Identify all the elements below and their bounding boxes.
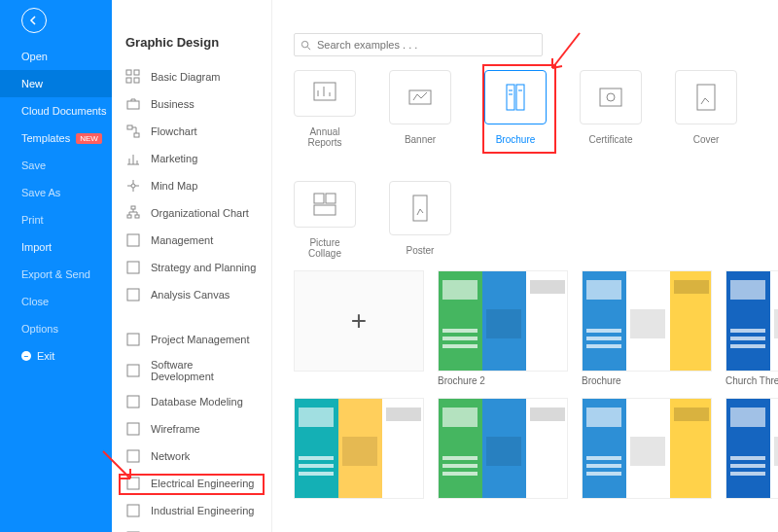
svg-rect-31: [697, 85, 715, 110]
exit-icon: −: [21, 351, 31, 361]
category-item[interactable]: Building Plan: [112, 524, 271, 532]
strategy-icon: [125, 260, 141, 275]
category-label: Flowchart: [151, 125, 197, 137]
svg-rect-72: [386, 408, 421, 421]
svg-rect-33: [326, 194, 336, 203]
type-card-certificate[interactable]: Certificate: [580, 70, 642, 148]
svg-rect-18: [127, 450, 139, 462]
template-card[interactable]: Church Three Fold 1: [725, 270, 778, 386]
category-label: Electrical Engineering: [151, 478, 254, 489]
template-card[interactable]: [438, 398, 568, 499]
type-card-cover[interactable]: Cover: [675, 70, 737, 148]
menu-saveas[interactable]: Save As: [0, 179, 112, 206]
svg-rect-15: [127, 365, 139, 376]
category-item[interactable]: Strategy and Planning: [112, 254, 271, 281]
svg-rect-16: [127, 396, 139, 408]
svg-rect-51: [630, 309, 665, 338]
menu-print[interactable]: Print: [0, 206, 112, 233]
menu-options[interactable]: Options: [0, 315, 112, 342]
category-item[interactable]: Network: [112, 443, 271, 470]
menu-templates[interactable]: Templates NEW: [0, 124, 112, 152]
menu-templates-label: Templates: [21, 132, 70, 144]
svg-rect-12: [127, 262, 139, 273]
template-card[interactable]: [582, 398, 712, 499]
type-card-poster[interactable]: Poster: [389, 181, 451, 259]
template-card[interactable]: Brochure 2: [438, 270, 568, 386]
svg-rect-94: [586, 464, 621, 468]
svg-rect-90: [586, 408, 621, 427]
category-item[interactable]: Wireframe: [112, 415, 271, 443]
category-label: Project Management: [151, 334, 250, 345]
svg-rect-92: [674, 408, 709, 421]
back-button[interactable]: [21, 8, 47, 33]
svg-rect-73: [299, 456, 334, 460]
category-item[interactable]: Organizational Chart: [112, 199, 271, 227]
type-card-annual-reports[interactable]: Annual Reports: [294, 70, 356, 148]
category-item[interactable]: Management: [112, 227, 271, 254]
category-label: Marketing: [151, 153, 197, 164]
menu-close[interactable]: Close: [0, 288, 112, 315]
menu-exit[interactable]: − Exit: [0, 342, 112, 370]
wire-icon: [125, 421, 141, 437]
panel-title: Graphic Design: [112, 35, 271, 63]
project-icon: [125, 332, 141, 347]
card-label: Brochure: [496, 134, 536, 145]
card-icon: [580, 70, 642, 124]
svg-rect-74: [299, 464, 334, 468]
chart-icon: [125, 151, 141, 166]
type-card-brochure[interactable]: Brochure: [484, 70, 547, 148]
menu-exit-label: Exit: [37, 350, 54, 362]
svg-rect-93: [586, 456, 621, 460]
category-item[interactable]: Electrical Engineering: [112, 470, 271, 497]
template-thumb: +: [294, 270, 424, 372]
category-item[interactable]: Mind Map: [112, 172, 271, 199]
template-card[interactable]: Brochure: [582, 270, 712, 386]
template-card[interactable]: [294, 398, 424, 499]
mindmap-icon: [125, 178, 141, 194]
card-icon: [389, 70, 451, 124]
category-item[interactable]: Analysis Canvas: [112, 281, 271, 308]
search-box[interactable]: [294, 33, 543, 56]
templates-grid: +Brochure 2BrochureChurch Three Fold 1: [294, 270, 778, 532]
svg-rect-83: [442, 456, 477, 460]
svg-rect-11: [127, 234, 139, 246]
category-item[interactable]: Database Modeling: [112, 388, 271, 415]
arrow-left-icon: [28, 15, 40, 26]
category-item[interactable]: Project Management: [112, 326, 271, 353]
svg-rect-63: [730, 329, 765, 333]
briefcase-icon: [125, 96, 141, 112]
category-item[interactable]: Business: [112, 90, 271, 118]
svg-rect-91: [630, 437, 665, 466]
category-label: Software Development: [151, 359, 258, 382]
search-input[interactable]: [317, 39, 536, 51]
card-icon: [294, 70, 356, 117]
menu-new[interactable]: New: [0, 70, 112, 97]
type-card-banner[interactable]: Banner: [389, 70, 451, 148]
category-item[interactable]: Marketing: [112, 145, 271, 172]
template-card[interactable]: [725, 398, 778, 499]
svg-point-30: [607, 93, 615, 101]
category-label: Mind Map: [151, 180, 197, 192]
category-item[interactable]: Flowchart: [112, 118, 271, 145]
svg-rect-95: [586, 472, 621, 476]
svg-rect-81: [486, 437, 521, 466]
menu-export[interactable]: Export & Send: [0, 261, 112, 288]
svg-rect-103: [730, 456, 765, 460]
category-item[interactable]: Basic Diagram: [112, 63, 271, 90]
category-item[interactable]: Industrial Engineering: [112, 497, 271, 524]
card-label: Annual Reports: [294, 126, 356, 148]
menu-import[interactable]: Import: [0, 233, 112, 261]
menu-cloud[interactable]: Cloud Documents: [0, 97, 112, 124]
category-item[interactable]: Software Development: [112, 353, 271, 388]
menu-save[interactable]: Save: [0, 152, 112, 179]
card-label: Banner: [405, 134, 436, 145]
svg-rect-5: [127, 125, 132, 129]
category-label: Organizational Chart: [151, 207, 249, 219]
category-label: Business: [151, 98, 194, 110]
svg-rect-45: [442, 344, 477, 348]
menu-open[interactable]: Open: [0, 43, 112, 70]
template-card[interactable]: +: [294, 270, 424, 386]
svg-rect-4: [127, 101, 139, 109]
svg-rect-61: [774, 309, 778, 338]
type-card-picture-collage[interactable]: Picture Collage: [294, 181, 356, 259]
